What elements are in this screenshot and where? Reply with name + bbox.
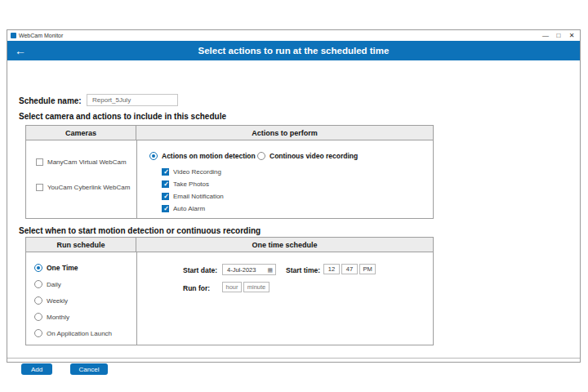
start-date-value: 4-Jul-2023 [227, 266, 256, 274]
continuous-recording-radio[interactable] [257, 152, 265, 160]
schedule-name-label: Schedule name: [19, 96, 82, 105]
camera-actions-table: Cameras Actions to perform ManyCam Virtu… [25, 125, 434, 219]
run-option-row[interactable]: On Application Launch [34, 329, 112, 337]
weekly-label: Weekly [47, 297, 68, 305]
maximize-icon[interactable]: □ [552, 30, 565, 41]
time-hour-input[interactable]: 12 [323, 264, 340, 274]
schedule-name-input[interactable]: Report_5July [87, 94, 178, 106]
footer-divider [7, 358, 580, 359]
cameras-column-header: Cameras [26, 126, 136, 140]
run-schedule-column-header: Run schedule [26, 238, 136, 252]
run-option-row[interactable]: One Time [34, 264, 78, 272]
back-icon[interactable]: ← [15, 41, 26, 60]
monthly-radio[interactable] [34, 313, 42, 321]
video-recording-label: Video Recording [173, 168, 221, 176]
schedule-name-value: Report_5July [92, 96, 131, 104]
camera-section-title: Select camera and actions to include in … [19, 112, 226, 121]
motion-action-row[interactable]: Email Notification [162, 193, 224, 200]
run-option-row[interactable]: Monthly [34, 313, 69, 321]
run-for-hour-input[interactable]: hour [222, 282, 242, 292]
time-ampm-input[interactable]: PM [359, 264, 376, 274]
email-notification-checkbox[interactable] [162, 193, 169, 200]
camera-checkbox[interactable] [36, 158, 43, 166]
run-schedule-table-header: Run schedule One time schedule [26, 238, 433, 252]
actions-column-header: Actions to perform [136, 126, 433, 140]
take-photos-label: Take Photos [173, 180, 209, 188]
camera-label: YouCam Cyberlink WebCam [47, 184, 130, 191]
title-bar: WebCam Monitor — □ ✕ [7, 30, 580, 41]
start-date-input[interactable]: 4-Jul-2023 ▦ [222, 264, 276, 275]
camera-checkbox-row[interactable]: YouCam Cyberlink WebCam [36, 184, 130, 191]
app-launch-label: On Application Launch [47, 330, 112, 337]
one-time-schedule-column-header: One time schedule [136, 238, 433, 252]
motion-action-row[interactable]: Video Recording [162, 168, 221, 176]
take-photos-checkbox[interactable] [162, 180, 169, 188]
continuous-recording-label: Continous video recording [270, 152, 358, 160]
video-recording-checkbox[interactable] [162, 168, 169, 176]
email-notification-label: Email Notification [173, 193, 224, 200]
camera-actions-table-header: Cameras Actions to perform [26, 126, 433, 140]
motion-detection-radio[interactable] [149, 152, 158, 160]
auto-alarm-checkbox[interactable] [162, 205, 169, 212]
daily-label: Daily [47, 281, 61, 288]
app-launch-radio[interactable] [34, 329, 42, 337]
run-option-row[interactable]: Weekly [34, 296, 68, 305]
motion-action-row[interactable]: Auto Alarm [162, 205, 205, 212]
run-schedule-table: Run schedule One time schedule One Time … [25, 237, 434, 345]
page-header: ← Select actions to run at the scheduled… [7, 41, 580, 60]
run-for-label: Run for: [183, 284, 210, 292]
time-minute-input[interactable]: 47 [341, 264, 358, 274]
page-title: Select actions to run at the scheduled t… [198, 46, 390, 56]
start-date-label: Start date: [183, 266, 217, 274]
camera-checkbox-row[interactable]: ManyCam Virtual WebCam [36, 158, 127, 166]
camera-checkbox[interactable] [36, 184, 43, 191]
minimize-icon[interactable]: — [539, 30, 552, 41]
motion-detection-radio-row[interactable]: Actions on motion detection [149, 152, 256, 160]
weekly-radio[interactable] [34, 296, 42, 305]
run-option-row[interactable]: Daily [34, 280, 61, 288]
one-time-radio[interactable] [34, 264, 42, 272]
app-window: WebCam Monitor — □ ✕ ← Select actions to… [7, 29, 581, 363]
calendar-icon[interactable]: ▦ [267, 267, 273, 273]
daily-radio[interactable] [34, 280, 42, 288]
camera-label: ManyCam Virtual WebCam [47, 158, 127, 166]
auto-alarm-label: Auto Alarm [173, 205, 205, 212]
column-divider [136, 252, 137, 345]
run-for-minute-input[interactable]: minute [243, 282, 270, 292]
content: Schedule name: Report_5July Select camer… [7, 60, 580, 362]
window-controls: — □ ✕ [539, 30, 578, 41]
cancel-button[interactable]: Cancel [70, 363, 108, 375]
app-icon [11, 33, 16, 38]
motion-detection-label: Actions on motion detection [162, 152, 256, 160]
monthly-label: Monthly [47, 314, 69, 321]
schedule-section-title: Select when to start motion detection or… [19, 226, 261, 235]
motion-action-row[interactable]: Take Photos [162, 180, 209, 188]
continuous-recording-radio-row[interactable]: Continous video recording [257, 152, 358, 160]
column-divider [136, 140, 137, 218]
window-title: WebCam Monitor [19, 33, 63, 38]
start-time-label: Start time: [286, 266, 320, 274]
one-time-label: One Time [47, 264, 78, 272]
add-button[interactable]: Add [21, 363, 52, 375]
close-icon[interactable]: ✕ [565, 30, 578, 41]
